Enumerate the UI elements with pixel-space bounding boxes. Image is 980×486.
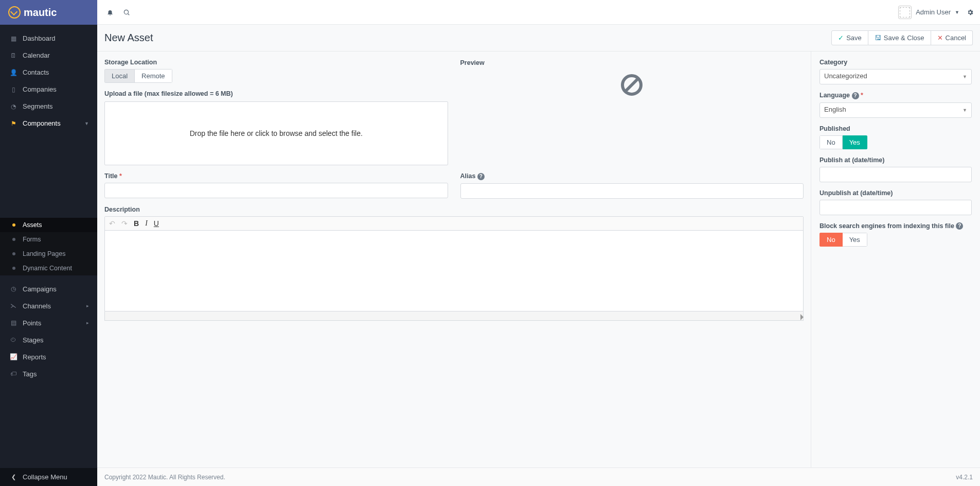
sidebar-item-campaigns[interactable]: ◷Campaigns [0,281,97,298]
help-icon[interactable]: ? [477,173,485,180]
sidebar-item-components[interactable]: ⚑Components▼ [0,115,97,132]
user-menu[interactable]: Admin User ▼ [898,6,959,19]
select-value: Uncategorized [824,72,867,80]
preview-label: Preview [460,59,485,66]
block-indexing-label: Block search engines from indexing this … [819,222,972,230]
resize-grip-icon[interactable]: ◢ [796,313,804,321]
sidebar-item-segments[interactable]: ◔Segments [0,98,97,115]
block-yes-button[interactable]: Yes [843,233,867,247]
grid-icon: ▦ [8,35,19,42]
bullet-icon [12,252,15,255]
sidebar-item-companies[interactable]: ▯Companies [0,81,97,98]
subnav-label: Forms [23,236,41,243]
publish-at-input[interactable] [819,167,972,182]
copyright: Copyright 2022 Mautic. All Rights Reserv… [104,474,225,481]
subnav-item-forms[interactable]: Forms [0,232,97,247]
block-no-button[interactable]: No [819,233,843,247]
sidebar-item-label: Calendar [23,51,50,59]
preview-empty [460,66,804,105]
storage-remote-button[interactable]: Remote [135,69,172,83]
underline-button[interactable]: U [154,219,159,228]
chevron-right-icon: ▸ [86,320,89,325]
caret-down-icon: ▼ [963,74,967,79]
brand[interactable]: mautic [0,0,97,25]
bullet-icon [12,267,15,270]
caret-down-icon: ▼ [955,10,959,15]
svg-line-1 [128,14,130,15]
clock-icon: ◷ [8,285,19,292]
collapse-menu-button[interactable]: ❮ Collapse Menu [0,468,97,486]
gauge-icon: ⏲ [8,336,19,343]
content: Storage Location Local Remote Upload a f… [97,51,980,467]
italic-button[interactable]: I [145,219,148,228]
save-close-button[interactable]: 🖫Save & Close [868,30,931,45]
button-label: Cancel [946,34,966,42]
help-icon[interactable]: ? [956,222,963,230]
logo-icon [8,6,21,19]
help-icon[interactable]: ? [852,92,859,99]
subnav-item-landing-pages[interactable]: Landing Pages [0,247,97,261]
chart-icon: 📈 [8,353,19,360]
sidebar-item-contacts[interactable]: 👤Contacts [0,64,97,81]
puzzle-icon: ⚑ [8,120,19,127]
sidebar-nav-lower: ◷Campaigns ⋋Channels▸ ▤Points▸ ⏲Stages 📈… [0,275,97,468]
subnav-item-dynamic-content[interactable]: Dynamic Content [0,261,97,275]
sidebar-nav: ▦Dashboard 🗓Calendar 👤Contacts ▯Companie… [0,25,97,218]
tag-icon: 🏷 [8,370,19,377]
notifications-icon[interactable] [106,8,114,16]
file-dropzone[interactable]: Drop the file here or click to browse an… [104,101,448,165]
subnav-item-assets[interactable]: Assets [0,218,97,232]
user-name: Admin User [916,8,951,16]
published-no-button[interactable]: No [819,135,843,149]
sidebar-item-calendar[interactable]: 🗓Calendar [0,47,97,64]
sidebar-item-reports[interactable]: 📈Reports [0,349,97,366]
search-icon[interactable] [123,8,130,16]
unpublish-at-input[interactable] [819,200,972,215]
sidebar-item-dashboard[interactable]: ▦Dashboard [0,30,97,47]
close-icon: ✕ [937,34,943,42]
calendar-icon: 🗓 [8,52,19,59]
editor-statusbar: ◢ [104,311,804,321]
language-label: Language ? * [819,92,972,99]
gear-icon[interactable] [967,8,974,16]
sidebar-item-label: Points [23,319,41,327]
topbar: Admin User ▼ [97,0,980,25]
page-header: New Asset ✓Save 🖫Save & Close ✕Cancel [97,25,980,51]
description-label: Description [104,206,804,213]
save-button[interactable]: ✓Save [831,30,868,45]
category-label: Category [819,59,972,66]
storage-location-label: Storage Location [104,59,448,66]
sidebar-item-label: Segments [23,102,53,110]
bold-button[interactable]: B [134,219,139,228]
published-yes-button[interactable]: Yes [843,135,867,149]
sidebar-item-points[interactable]: ▤Points▸ [0,315,97,332]
redo-button[interactable]: ↷ [121,219,128,228]
category-select[interactable]: Uncategorized▼ [819,69,972,84]
sidebar-item-tags[interactable]: 🏷Tags [0,366,97,383]
dropzone-text: Drop the file here or click to browse an… [190,129,363,137]
cancel-button[interactable]: ✕Cancel [931,30,973,45]
chevron-right-icon: ▸ [86,303,89,308]
sidebar-item-stages[interactable]: ⏲Stages [0,332,97,349]
button-label: Save & Close [884,34,924,42]
side-column: Category Uncategorized▼ Language ? * Eng… [811,51,980,467]
language-select[interactable]: English▼ [819,102,972,118]
no-preview-icon [619,73,644,97]
bullet-icon [12,238,15,241]
published-toggle: No Yes [819,135,867,149]
avatar [898,6,912,19]
sidebar-item-label: Campaigns [23,285,57,293]
page-title: New Asset [104,32,153,44]
calculator-icon: ▤ [8,319,19,326]
building-icon: ▯ [8,86,19,93]
collapse-label: Collapse Menu [23,473,67,481]
editor-body[interactable] [105,231,803,311]
undo-button[interactable]: ↶ [109,219,115,228]
sidebar-item-channels[interactable]: ⋋Channels▸ [0,298,97,315]
sidebar: mautic ▦Dashboard 🗓Calendar 👤Contacts ▯C… [0,0,97,486]
sidebar-item-label: Components [23,119,61,127]
title-input[interactable] [104,183,448,198]
alias-input[interactable] [460,183,804,199]
storage-local-button[interactable]: Local [104,69,135,83]
svg-point-0 [124,10,128,14]
